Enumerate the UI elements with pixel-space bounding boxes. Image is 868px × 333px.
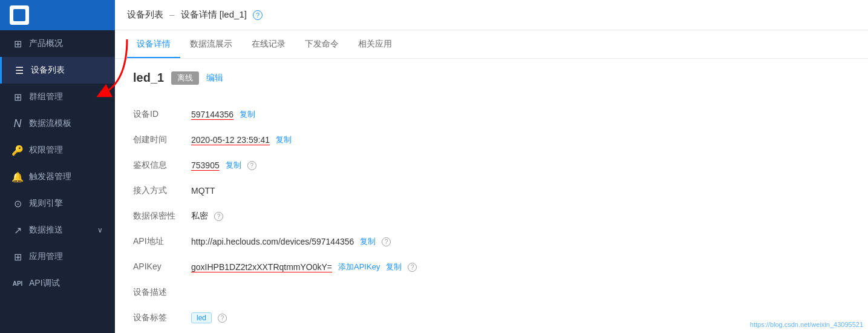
tab-send-command[interactable]: 下发命令 (295, 30, 348, 58)
device-info-table: 设备ID 597144356 复制 创建时间 2020-05-12 23:59:… (133, 102, 556, 333)
sidebar-logo (10, 5, 29, 25)
sidebar-label-app-manage: 应用管理 (29, 251, 63, 262)
sidebar-item-rule-engine[interactable]: ⊙ 规则引擎 (0, 190, 115, 217)
api-key-value: goxIHPB1DZ2t2xXXTRqtmmYO0kY= 添加APIKey 复制… (181, 254, 556, 280)
access-method-label: 接入方式 (133, 178, 181, 203)
sidebar-item-group-manage[interactable]: ⊞ 群组管理 (0, 84, 115, 110)
device-location-label: 设备位置 (133, 331, 181, 333)
sidebar-label-api-test: API调试 (29, 278, 60, 289)
group-manage-icon: ⊞ (12, 91, 23, 102)
tab-online-record[interactable]: 在线记录 (242, 30, 295, 58)
auth-info-label: 鉴权信息 (133, 153, 181, 178)
tab-bar: 设备详情 数据流展示 在线记录 下发命令 相关应用 (115, 30, 868, 59)
sidebar: ⊞ 产品概况 ☰ 设备列表 ⊞ 群组管理 N 数据流模板 🔑 权限管理 🔔 触发… (0, 0, 115, 333)
rule-engine-icon: ⊙ (12, 198, 23, 209)
copy-create-time-button[interactable]: 复制 (276, 134, 292, 145)
watermark: https://blog.csdn.net/weixin_43095521 (750, 321, 863, 328)
sidebar-header (0, 0, 115, 30)
create-time-label: 创建时间 (133, 127, 181, 153)
device-header: led_1 离线 编辑 (133, 71, 850, 85)
device-status-badge: 离线 (171, 71, 199, 85)
data-privacy-value: 私密 ? (181, 203, 556, 229)
device-id-label: 设备ID (133, 102, 181, 127)
sidebar-item-device-list[interactable]: ☰ 设备列表 (0, 57, 115, 84)
tab-related-app[interactable]: 相关应用 (348, 30, 402, 58)
data-template-icon: N (12, 118, 23, 129)
api-test-icon: API (12, 278, 23, 289)
product-overview-icon: ⊞ (12, 38, 23, 49)
sidebar-logo-inner (13, 9, 25, 21)
copy-auth-info-button[interactable]: 复制 (226, 160, 241, 171)
device-tag-value: led ? (181, 305, 556, 331)
sidebar-label-group-manage: 群组管理 (29, 91, 63, 102)
device-detail-content: led_1 离线 编辑 设备ID 597144356 复制 创建时间 2020-… (115, 59, 868, 333)
sidebar-item-product-overview[interactable]: ⊞ 产品概况 (0, 30, 115, 57)
api-key-label: APIKey (133, 254, 181, 280)
breadcrumb-prefix: 设备列表 (127, 9, 163, 19)
sidebar-label-device-list: 设备列表 (31, 65, 65, 76)
breadcrumb: 设备列表 – 设备详情 [led_1] ? (127, 9, 263, 21)
device-desc-label: 设备描述 (133, 280, 181, 305)
breadcrumb-current: 设备详情 [led_1] (181, 9, 247, 19)
sidebar-label-rule-engine: 规则引擎 (29, 198, 63, 209)
device-tag-help-icon[interactable]: ? (218, 314, 227, 323)
api-url-text: http://api.heclouds.com/devices/59714435… (191, 237, 354, 246)
device-id-text: 597144356 (191, 110, 233, 119)
device-id-value: 597144356 复制 (181, 102, 556, 127)
topbar-help-icon[interactable]: ? (253, 10, 263, 20)
sidebar-label-data-push: 数据推送 (29, 225, 63, 236)
breadcrumb-separator: – (169, 9, 174, 19)
device-tag-label: 设备标签 (133, 305, 181, 331)
permission-manage-icon: 🔑 (12, 145, 23, 156)
create-time-value: 2020-05-12 23:59:41 复制 (181, 127, 556, 153)
sidebar-item-data-template[interactable]: N 数据流模板 (0, 110, 115, 137)
data-privacy-label: 数据保密性 (133, 203, 181, 229)
tab-data-stream[interactable]: 数据流展示 (180, 30, 242, 58)
trigger-manage-icon: 🔔 (12, 171, 23, 182)
device-location-value: ? (181, 331, 556, 333)
api-url-value: http://api.heclouds.com/devices/59714435… (181, 229, 556, 254)
edit-device-button[interactable]: 编辑 (206, 73, 223, 84)
sidebar-label-trigger-manage: 触发器管理 (29, 171, 71, 182)
app-manage-icon: ⊞ (12, 251, 23, 262)
auth-info-text: 753905 (191, 160, 220, 170)
data-privacy-help-icon[interactable]: ? (214, 212, 223, 221)
sidebar-item-permission-manage[interactable]: 🔑 权限管理 (0, 137, 115, 163)
api-key-help-icon[interactable]: ? (408, 263, 417, 272)
main-content: 设备列表 – 设备详情 [led_1] ? 设备详情 数据流展示 在线记录 下发… (115, 0, 868, 333)
data-push-expand-icon: ∨ (97, 226, 103, 234)
access-method-value: MQTT (181, 178, 556, 203)
access-method-text: MQTT (191, 186, 215, 196)
sidebar-label-data-template: 数据流模板 (29, 118, 71, 129)
copy-api-url-button[interactable]: 复制 (360, 236, 376, 247)
auth-info-help-icon[interactable]: ? (247, 161, 256, 170)
tab-device-detail[interactable]: 设备详情 (127, 30, 180, 58)
data-privacy-text: 私密 (191, 211, 208, 222)
create-time-text: 2020-05-12 23:59:41 (191, 135, 270, 145)
topbar: 设备列表 – 设备详情 [led_1] ? (115, 0, 868, 30)
device-list-icon: ☰ (14, 65, 25, 76)
sidebar-item-data-push[interactable]: ↗ 数据推送 ∨ (0, 217, 115, 243)
copy-device-id-button[interactable]: 复制 (240, 109, 255, 120)
api-key-text: goxIHPB1DZ2t2xXXTRqtmmYO0kY= (191, 262, 332, 272)
sidebar-item-api-test[interactable]: API API调试 (0, 270, 115, 297)
sidebar-label-permission-manage: 权限管理 (29, 145, 63, 156)
api-url-help-icon[interactable]: ? (382, 237, 391, 246)
auth-info-value: 753905 复制 ? (181, 153, 556, 178)
sidebar-label-product-overview: 产品概况 (29, 38, 63, 49)
api-url-label: API地址 (133, 229, 181, 254)
copy-apikey-button[interactable]: 复制 (386, 262, 402, 272)
sidebar-item-app-manage[interactable]: ⊞ 应用管理 (0, 243, 115, 270)
device-desc-value (181, 280, 556, 305)
device-name: led_1 (133, 71, 164, 85)
data-push-icon: ↗ (12, 225, 23, 236)
sidebar-item-trigger-manage[interactable]: 🔔 触发器管理 (0, 163, 115, 190)
add-apikey-button[interactable]: 添加APIKey (338, 262, 380, 272)
device-tag-led: led (191, 312, 212, 323)
